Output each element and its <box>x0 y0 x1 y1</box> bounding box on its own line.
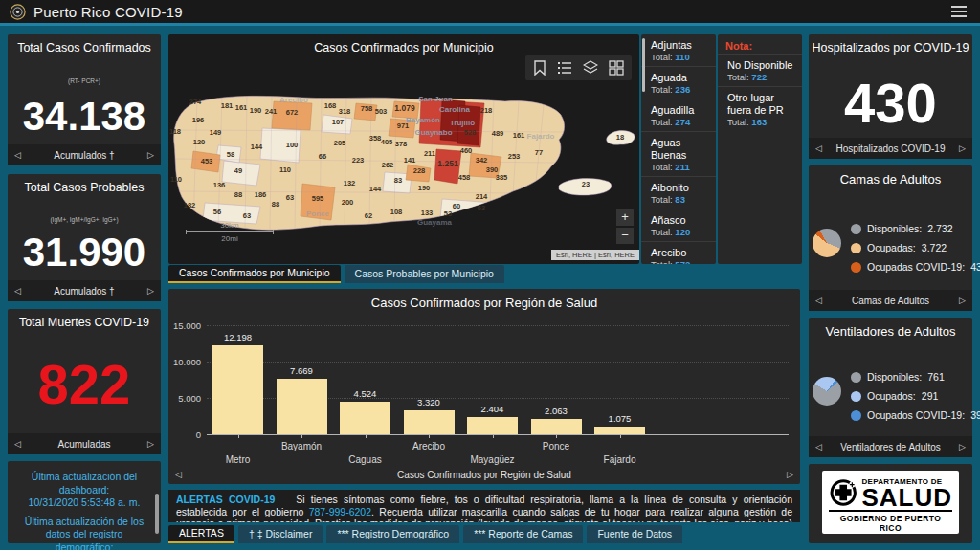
next-arrow[interactable]: ▷ <box>959 296 966 305</box>
map-municipality-count: 190 <box>250 106 262 115</box>
basemap-icon[interactable] <box>609 60 624 76</box>
map-municipality-count: 100 <box>286 141 299 149</box>
camas-pie-chart[interactable] <box>813 229 841 257</box>
map-city-label: Arecibo <box>279 96 308 104</box>
map-municipality-count: 181 <box>221 101 234 110</box>
prev-arrow[interactable]: ◁ <box>815 143 822 153</box>
map-municipality-count: 63 <box>478 204 485 212</box>
legend-value: 3.722 <box>922 242 947 253</box>
bar-fajardo[interactable] <box>594 427 645 434</box>
municipios-list-panel: AdjuntasTotal: 110AguadaTotal: 236Aguadi… <box>641 34 716 264</box>
map-municipality-count: 595 <box>312 194 324 203</box>
list-item[interactable]: AreciboTotal: 572 <box>641 242 716 264</box>
prev-arrow[interactable]: ◁ <box>175 470 182 479</box>
bar-metro[interactable] <box>212 345 263 434</box>
tab--reporte-de-camas[interactable]: *** Reporte de Camas <box>463 525 583 543</box>
x-axis-line <box>207 434 789 435</box>
legend-dot <box>851 410 861 421</box>
chart-footer: Casos Confirmados por Región de Salud <box>182 470 787 480</box>
map-municipality-count: 253 <box>508 152 521 161</box>
bar-bayamón[interactable] <box>277 379 327 434</box>
tab--disclaimer[interactable]: † ‡ Disclaimer <box>238 525 323 543</box>
map-municipality-count: 274 <box>189 98 202 106</box>
map-municipality-count: 58 <box>227 150 234 159</box>
kpi-subtitle: (RT- PCR+) <box>8 77 161 84</box>
tab-alertas[interactable]: ALERTAS <box>168 525 234 543</box>
legend-icon[interactable] <box>557 60 572 76</box>
list-item[interactable]: Aguas BuenasTotal: 211 <box>641 132 716 177</box>
tab-casos-probables-por-municipio[interactable]: Casos Probables por Municipio <box>345 265 504 283</box>
x-category-label: Ponce <box>518 441 594 451</box>
bar-arecibo[interactable] <box>404 410 455 434</box>
legend-value: 2.732 <box>927 223 952 234</box>
gridline <box>207 325 789 326</box>
legend-value: 761 <box>927 371 945 383</box>
next-arrow[interactable]: ▷ <box>959 442 966 451</box>
tab-fuente-de-datos[interactable]: Fuente de Datos <box>587 525 682 543</box>
kpi-confirmados-panel: Total Casos Confirmados (RT- PCR+) 34.13… <box>8 34 161 165</box>
map-municipality-count: 66 <box>319 152 326 161</box>
scrollbar[interactable] <box>642 38 645 92</box>
next-arrow[interactable]: ▷ <box>959 143 966 153</box>
kpi-probables-panel: Total Casos Probables (IgM+, IgM+/IgG+, … <box>8 174 161 301</box>
salud-cross-icon <box>829 475 858 510</box>
zoom-in-button[interactable]: + <box>616 209 634 226</box>
scrollbar[interactable] <box>155 494 159 534</box>
x-tick <box>366 434 367 438</box>
list-item[interactable]: AibonitoTotal: 83 <box>641 177 716 209</box>
kpi-value: 430 <box>809 71 972 135</box>
tab-casos-confirmados-por-municipio[interactable]: Casos Confirmados por Municipio <box>168 265 341 283</box>
alert-banner: ALERTAS COVID-19Si tienes síntomas como … <box>168 490 800 522</box>
map-municipality-count: 168 <box>324 101 337 110</box>
kpi-title: Hospitalizados por COVID-19 <box>809 41 972 55</box>
ventiladores-pie-chart[interactable] <box>813 377 841 406</box>
map-municipality-count: 56 <box>213 208 221 216</box>
panel-footer: Ventiladores de Adultos <box>822 442 959 452</box>
map-municipality-count: 186 <box>255 190 267 199</box>
map-municipality-count: 1.251 <box>437 159 458 168</box>
list-item[interactable]: No DisponibleTotal: 722 <box>718 54 802 86</box>
bar-value-label: 4.524 <box>337 388 394 399</box>
prev-arrow[interactable]: ◁ <box>815 442 822 451</box>
kpi-value: 31.990 <box>8 230 161 275</box>
list-item[interactable]: AñascoTotal: 120 <box>641 209 716 242</box>
prev-arrow[interactable]: ◁ <box>14 286 21 296</box>
gridline <box>207 362 789 363</box>
map-municipality-count: 118 <box>169 127 181 136</box>
list-item[interactable]: AguadaTotal: 236 <box>641 67 716 99</box>
bookmark-icon[interactable] <box>533 60 546 76</box>
list-item[interactable]: AguadillaTotal: 274 <box>641 99 716 132</box>
alert-phone[interactable]: 787-999-6202 <box>309 506 371 517</box>
map-municipality-count: 223 <box>352 156 365 165</box>
map-municipality-count: 214 <box>476 192 488 201</box>
app-title: Puerto Rico COVID-19 <box>33 4 183 20</box>
list-item[interactable]: Otro lugar fuera de PRTotal: 163 <box>718 86 802 131</box>
next-arrow[interactable]: ▷ <box>147 150 154 160</box>
prev-arrow[interactable]: ◁ <box>14 439 21 449</box>
map-toolbar <box>525 55 632 80</box>
map-municipality-count: 62 <box>365 211 372 220</box>
bar-mayagüez[interactable] <box>467 417 518 434</box>
legend-label: Ocupadas COVID-19: <box>867 261 965 273</box>
next-arrow[interactable]: ▷ <box>787 470 793 479</box>
tab--registro-demogr-fico[interactable]: *** Registro Demográfico <box>326 525 459 543</box>
kpi-footer: Acumulados † <box>21 286 147 297</box>
layers-icon[interactable] <box>583 60 598 76</box>
map-municipality-count: 672 <box>286 108 299 117</box>
prev-arrow[interactable]: ◁ <box>14 150 21 160</box>
nota-panel: Nota: No DisponibleTotal: 722Otro lugar … <box>718 34 802 264</box>
legend-label: Disponibles: <box>867 371 922 383</box>
list-item[interactable]: AdjuntasTotal: 110 <box>641 34 716 67</box>
zoom-out-button[interactable]: − <box>616 228 634 244</box>
prev-arrow[interactable]: ◁ <box>815 296 822 305</box>
bar-ponce[interactable] <box>531 419 582 434</box>
next-arrow[interactable]: ▷ <box>147 439 154 449</box>
logo-panel: DEPARTAMENTO DE SALUD GOBIERNO DE PUERTO… <box>809 464 972 543</box>
bar-caguas[interactable] <box>340 402 390 434</box>
hamburger-menu-icon[interactable] <box>947 2 970 21</box>
panel-title: Camas de Adultos <box>809 172 972 187</box>
map-scalebar: 30km 20mi <box>186 221 274 243</box>
map-municipality-count: 342 <box>476 156 488 165</box>
next-arrow[interactable]: ▷ <box>147 286 154 296</box>
bar-value-label: 12.198 <box>210 332 267 342</box>
